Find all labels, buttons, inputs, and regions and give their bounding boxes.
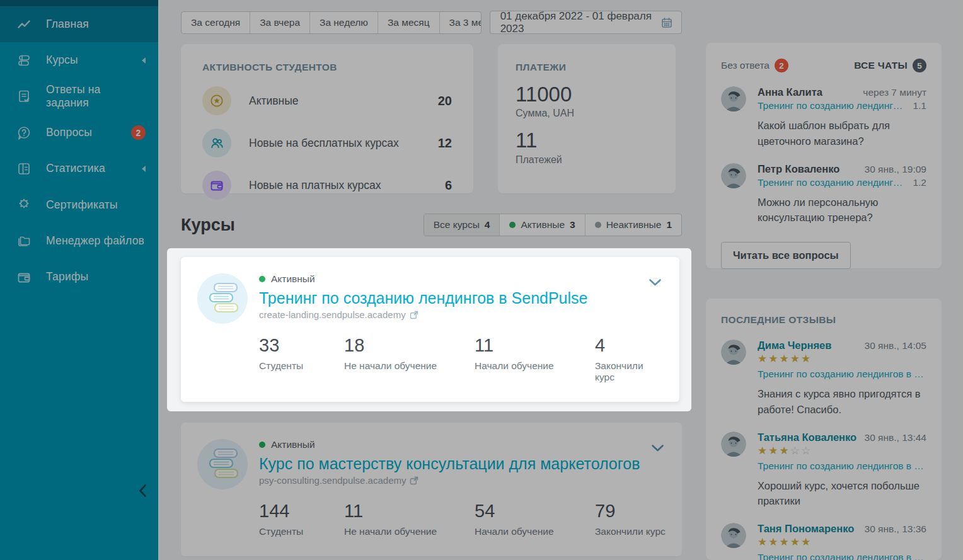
course-card: Активный Курс по мастерству консультации… [181,423,682,556]
chat-user-name: Анна Калита [758,86,822,98]
chat-course-link[interactable]: Тренинг по созданию лендингов в S... [758,100,908,111]
tab-inactive-courses[interactable]: Неактивные 1 [585,214,681,236]
users-icon [202,129,231,157]
stat-value: 11 [344,501,475,522]
chevron-left-icon [142,57,146,64]
courses-title: Курсы [181,215,235,235]
sidebar-item-statistics[interactable]: Статистика [0,151,158,186]
chat-item[interactable]: Петр Коваленко30 янв., 19:09 Тренинг по … [721,163,926,226]
unanswered-label: Без ответа [721,60,770,71]
payments-amount-label: Сумма, UAH [516,108,658,119]
sidebar-item-label: Главная [46,18,89,31]
course-title-link[interactable]: Курс по мастерству консультации для марк… [259,455,667,473]
stat-value: 11 [475,335,595,356]
sidebar-item-tariffs[interactable]: Тарифы [0,259,158,295]
stat-value: 79 [595,501,667,522]
stat-value: 54 [475,501,595,522]
review-course-link[interactable]: Тренинг по созданию лендингов в Send... [758,369,926,380]
chat-time: 30 янв., 19:09 [860,164,926,175]
folder-icon [16,233,32,248]
activity-row-label: Новые на платных курсах [249,179,381,192]
expand-course-button[interactable] [649,278,662,287]
tutorial-spotlight: Активный Тренинг по созданию лендингов в… [167,248,691,411]
statistics-icon [16,161,32,176]
course-avatar [197,439,248,489]
payments-count-label: Платежей [516,154,658,166]
course-status-tabs: Все курсы 4 Активные 3 Неактивные 1 [424,214,682,236]
sidebar-item-home[interactable]: Главная [0,6,158,42]
courses-header: Курсы Все курсы 4 Активные 3 Неактивные … [181,211,682,239]
activity-row-value: 20 [438,94,452,108]
sidebar-item-label: Курсы [46,54,78,67]
trending-up-icon [16,17,32,32]
reviews-card: ПОСЛЕДНИЕ ОТЗЫВЫ Дима Черняев30 янв., 14… [706,299,942,560]
review-user-name[interactable]: Татьяна Коваленко [758,431,856,443]
review-text: Хороший курс, хочется побольше практики [758,478,926,510]
payments-count: 11 [516,129,658,152]
stat-label: Закончили курс [595,526,667,537]
gray-dot-icon [595,222,601,228]
chevron-down-icon [651,444,664,452]
dashboard-root: Главная Курсы Ответы на задания Вопросы … [0,0,963,560]
review-user-name[interactable]: Дима Черняев [758,340,831,351]
review-time: 30 янв., 13:44 [860,432,926,443]
chat-item[interactable]: Анна Калитачерез 7 минут Тренинг по созд… [721,86,926,149]
course-stats: 33Студенты 18Не начали обучение 11Начали… [259,335,664,383]
review-item: Дима Черняев30 янв., 14:05 ★★★★★ Тренинг… [721,340,926,418]
sidebar-item-courses[interactable]: Курсы [0,42,158,78]
reviews-title: ПОСЛЕДНИЕ ОТЗЫВЫ [721,314,926,326]
review-user-name[interactable]: Таня Пономаренко [758,523,854,535]
expand-course-button[interactable] [651,444,664,452]
all-chats-link[interactable]: ВСЕ ЧАТЫ [854,60,908,71]
sidebar-item-label: Ответы на задания [46,83,146,110]
sidebar-item-label: Менеджер файлов [46,234,144,248]
course-url-link[interactable]: create-landing.sendpulse.academy [259,309,664,320]
course-title-link[interactable]: Тренинг по созданию лендингов в SendPuls… [259,289,664,307]
review-course-link[interactable]: Тренинг по созданию лендингов в Send... [758,460,926,472]
activity-row-value: 6 [445,178,452,193]
stat-label: Начали обучение [475,360,595,372]
wallet-icon [202,171,231,200]
main-content: За сегодня За вчера За неделю За месяц З… [158,0,682,560]
stat-label: Не начали обучение [344,526,475,537]
chat-lesson-number: 1.1 [908,100,926,111]
questions-count-badge: 2 [131,125,146,140]
review-time: 30 янв., 13:36 [860,523,926,535]
sidebar-item-label: Тарифы [46,270,88,283]
filter-today-button[interactable]: За сегодня [182,12,250,33]
star-badge-icon [202,86,231,115]
review-course-link[interactable]: Тренинг по созданию лендингов в Send... [758,552,926,560]
external-link-icon [410,476,418,485]
period-filter-row: За сегодня За вчера За неделю За месяц З… [181,11,682,34]
user-avatar [721,431,746,457]
sidebar-item-questions[interactable]: Вопросы 2 [0,115,158,151]
activity-row-label: Активные [249,94,299,108]
green-dot-icon [259,442,265,448]
sidebar-item-certificates[interactable]: Сертификаты [0,186,158,222]
all-chats-count-badge: 5 [913,59,926,72]
sidebar-item-label: Вопросы [46,126,92,139]
assignments-icon [16,89,32,104]
filter-3months-button[interactable]: За 3 месяца [440,12,481,33]
sidebar-item-assignments[interactable]: Ответы на задания [0,79,158,115]
sidebar-item-file-manager[interactable]: Менеджер файлов [0,223,158,259]
tab-all-courses[interactable]: Все курсы 4 [424,214,500,236]
read-all-questions-button[interactable]: Читать все вопросы [721,242,851,269]
filter-week-button[interactable]: За неделю [310,12,378,33]
stat-label: Студенты [259,526,344,537]
date-range-input[interactable]: 01 декабря 2022 - 01 февраля 2023 [490,11,682,34]
sidebar-collapse-button[interactable] [139,484,147,500]
stat-value: 144 [259,501,344,522]
course-stats: 144Студенты 11Не начали обучение 54Начал… [259,501,667,537]
chat-course-link[interactable]: Тренинг по созданию лендингов в S... [758,177,908,188]
review-item: Таня Пономаренко30 янв., 13:36 ★★★★★ Тре… [721,523,926,560]
tab-active-courses[interactable]: Активные 3 [500,214,585,236]
filter-month-button[interactable]: За месяц [378,12,440,33]
chevron-left-icon [142,166,146,172]
question-bubble-icon [16,125,32,140]
filter-yesterday-button[interactable]: За вчера [250,12,310,33]
stat-label: Студенты [259,360,344,372]
course-url-link[interactable]: psy-consulting.sendpulse.academy [259,475,667,486]
chat-question-text: Можно ли персональную консультацию трене… [758,195,926,226]
chevron-down-icon [649,278,662,287]
